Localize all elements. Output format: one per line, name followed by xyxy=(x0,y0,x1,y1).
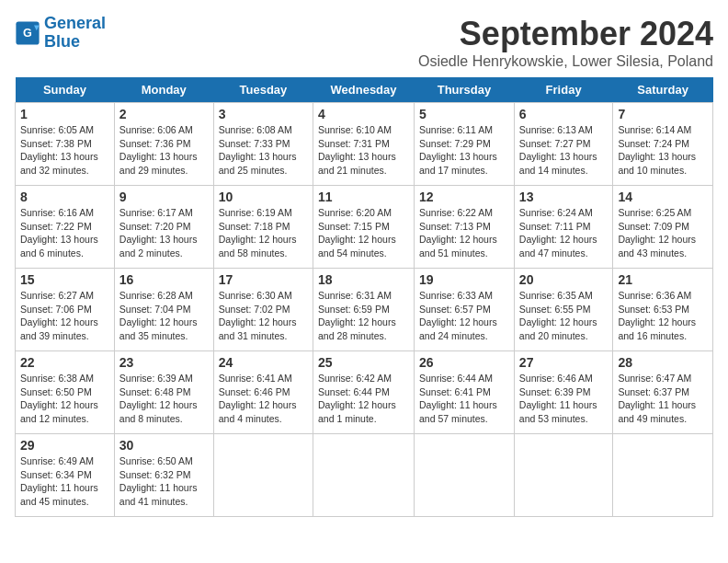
calendar-cell: 21 Sunrise: 6:36 AM Sunset: 6:53 PM Dayl… xyxy=(613,269,713,351)
empty-cell xyxy=(613,434,713,517)
day-info: Sunrise: 6:17 AM Sunset: 7:20 PM Dayligh… xyxy=(119,206,209,260)
calendar-cell: 25 Sunrise: 6:42 AM Sunset: 6:44 PM Dayl… xyxy=(313,351,415,434)
calendar-cell: 9 Sunrise: 6:17 AM Sunset: 7:20 PM Dayli… xyxy=(114,186,213,269)
calendar-cell: 2 Sunrise: 6:06 AM Sunset: 7:36 PM Dayli… xyxy=(114,103,213,186)
week-row: 22 Sunrise: 6:38 AM Sunset: 6:50 PM Dayl… xyxy=(16,351,713,434)
day-number: 30 xyxy=(119,438,209,453)
day-number: 27 xyxy=(519,355,609,370)
day-number: 24 xyxy=(219,355,308,370)
header-thursday: Thursday xyxy=(415,77,515,103)
calendar-subtitle: Osiedle Henrykowskie, Lower Silesia, Pol… xyxy=(418,53,713,70)
day-info: Sunrise: 6:24 AM Sunset: 7:11 PM Dayligh… xyxy=(519,206,609,260)
day-number: 14 xyxy=(618,190,708,204)
day-number: 16 xyxy=(119,272,209,287)
calendar-cell: 10 Sunrise: 6:19 AM Sunset: 7:18 PM Dayl… xyxy=(213,186,313,269)
day-info: Sunrise: 6:28 AM Sunset: 7:04 PM Dayligh… xyxy=(119,289,209,343)
day-info: Sunrise: 6:49 AM Sunset: 6:34 PM Dayligh… xyxy=(20,454,109,509)
week-row: 8 Sunrise: 6:16 AM Sunset: 7:22 PM Dayli… xyxy=(16,186,713,269)
calendar-cell: 11 Sunrise: 6:20 AM Sunset: 7:15 PM Dayl… xyxy=(313,186,415,269)
logo-text: General Blue xyxy=(44,15,106,52)
logo-line1: General xyxy=(44,14,106,32)
day-number: 6 xyxy=(519,107,609,121)
day-number: 7 xyxy=(618,107,708,121)
day-info: Sunrise: 6:06 AM Sunset: 7:36 PM Dayligh… xyxy=(119,123,209,178)
calendar-cell: 3 Sunrise: 6:08 AM Sunset: 7:33 PM Dayli… xyxy=(213,103,313,186)
logo-line2: Blue xyxy=(44,33,106,52)
day-info: Sunrise: 6:35 AM Sunset: 6:55 PM Dayligh… xyxy=(519,289,609,343)
calendar-cell: 19 Sunrise: 6:33 AM Sunset: 6:57 PM Dayl… xyxy=(415,269,515,351)
calendar-cell: 20 Sunrise: 6:35 AM Sunset: 6:55 PM Dayl… xyxy=(514,269,613,351)
day-number: 1 xyxy=(20,107,109,121)
day-info: Sunrise: 6:44 AM Sunset: 6:41 PM Dayligh… xyxy=(419,372,509,426)
day-number: 9 xyxy=(119,190,209,204)
header-saturday: Saturday xyxy=(613,77,713,103)
day-info: Sunrise: 6:19 AM Sunset: 7:18 PM Dayligh… xyxy=(219,206,308,260)
day-number: 11 xyxy=(318,190,409,204)
header-tuesday: Tuesday xyxy=(213,77,313,103)
day-info: Sunrise: 6:05 AM Sunset: 7:38 PM Dayligh… xyxy=(20,123,109,178)
calendar-cell: 29 Sunrise: 6:49 AM Sunset: 6:34 PM Dayl… xyxy=(16,434,115,517)
day-number: 28 xyxy=(618,355,708,370)
day-number: 20 xyxy=(519,272,609,287)
day-info: Sunrise: 6:47 AM Sunset: 6:37 PM Dayligh… xyxy=(618,372,708,426)
title-section: September 2024 Osiedle Henrykowskie, Low… xyxy=(418,15,713,70)
day-number: 15 xyxy=(20,272,109,287)
calendar-cell: 30 Sunrise: 6:50 AM Sunset: 6:32 PM Dayl… xyxy=(114,434,213,517)
day-number: 19 xyxy=(419,272,509,287)
header-sunday: Sunday xyxy=(16,77,115,103)
day-number: 2 xyxy=(119,107,209,121)
day-info: Sunrise: 6:20 AM Sunset: 7:15 PM Dayligh… xyxy=(318,206,409,260)
day-info: Sunrise: 6:36 AM Sunset: 6:53 PM Dayligh… xyxy=(618,289,708,343)
calendar-title: September 2024 xyxy=(418,15,713,53)
page-header: G General Blue September 2024 Osiedle He… xyxy=(15,15,713,70)
day-info: Sunrise: 6:10 AM Sunset: 7:31 PM Dayligh… xyxy=(318,123,409,178)
empty-cell xyxy=(514,434,613,517)
calendar-cell: 18 Sunrise: 6:31 AM Sunset: 6:59 PM Dayl… xyxy=(313,269,415,351)
calendar-cell: 1 Sunrise: 6:05 AM Sunset: 7:38 PM Dayli… xyxy=(16,103,115,186)
week-row: 29 Sunrise: 6:49 AM Sunset: 6:34 PM Dayl… xyxy=(16,434,713,517)
day-number: 22 xyxy=(20,355,109,370)
day-info: Sunrise: 6:41 AM Sunset: 6:46 PM Dayligh… xyxy=(219,372,308,426)
empty-cell xyxy=(213,434,313,517)
day-info: Sunrise: 6:11 AM Sunset: 7:29 PM Dayligh… xyxy=(419,123,509,178)
empty-cell xyxy=(415,434,515,517)
day-number: 23 xyxy=(119,355,209,370)
calendar-cell: 15 Sunrise: 6:27 AM Sunset: 7:06 PM Dayl… xyxy=(16,269,115,351)
week-row: 15 Sunrise: 6:27 AM Sunset: 7:06 PM Dayl… xyxy=(16,269,713,351)
day-info: Sunrise: 6:39 AM Sunset: 6:48 PM Dayligh… xyxy=(119,372,209,426)
day-info: Sunrise: 6:30 AM Sunset: 7:02 PM Dayligh… xyxy=(219,289,308,343)
day-number: 29 xyxy=(20,438,109,453)
calendar-cell: 28 Sunrise: 6:47 AM Sunset: 6:37 PM Dayl… xyxy=(613,351,713,434)
day-info: Sunrise: 6:14 AM Sunset: 7:24 PM Dayligh… xyxy=(618,123,708,178)
day-info: Sunrise: 6:22 AM Sunset: 7:13 PM Dayligh… xyxy=(419,206,509,260)
day-info: Sunrise: 6:42 AM Sunset: 6:44 PM Dayligh… xyxy=(318,372,409,426)
calendar-cell: 27 Sunrise: 6:46 AM Sunset: 6:39 PM Dayl… xyxy=(514,351,613,434)
logo-icon: G xyxy=(15,20,40,46)
day-info: Sunrise: 6:33 AM Sunset: 6:57 PM Dayligh… xyxy=(419,289,509,343)
calendar-cell: 4 Sunrise: 6:10 AM Sunset: 7:31 PM Dayli… xyxy=(313,103,415,186)
day-number: 12 xyxy=(419,190,509,204)
logo: G General Blue xyxy=(15,15,106,52)
day-header-row: Sunday Monday Tuesday Wednesday Thursday… xyxy=(16,77,713,103)
day-number: 25 xyxy=(318,355,409,370)
calendar-cell: 14 Sunrise: 6:25 AM Sunset: 7:09 PM Dayl… xyxy=(613,186,713,269)
calendar-cell: 17 Sunrise: 6:30 AM Sunset: 7:02 PM Dayl… xyxy=(213,269,313,351)
day-info: Sunrise: 6:31 AM Sunset: 6:59 PM Dayligh… xyxy=(318,289,409,343)
day-number: 5 xyxy=(419,107,509,121)
calendar-cell: 8 Sunrise: 6:16 AM Sunset: 7:22 PM Dayli… xyxy=(16,186,115,269)
calendar-cell: 16 Sunrise: 6:28 AM Sunset: 7:04 PM Dayl… xyxy=(114,269,213,351)
day-info: Sunrise: 6:16 AM Sunset: 7:22 PM Dayligh… xyxy=(20,206,109,260)
day-number: 17 xyxy=(219,272,308,287)
day-info: Sunrise: 6:46 AM Sunset: 6:39 PM Dayligh… xyxy=(519,372,609,426)
calendar-cell: 5 Sunrise: 6:11 AM Sunset: 7:29 PM Dayli… xyxy=(415,103,515,186)
day-info: Sunrise: 6:38 AM Sunset: 6:50 PM Dayligh… xyxy=(20,372,109,426)
day-info: Sunrise: 6:50 AM Sunset: 6:32 PM Dayligh… xyxy=(119,454,209,509)
day-info: Sunrise: 6:08 AM Sunset: 7:33 PM Dayligh… xyxy=(219,123,308,178)
calendar-cell: 13 Sunrise: 6:24 AM Sunset: 7:11 PM Dayl… xyxy=(514,186,613,269)
calendar-cell: 12 Sunrise: 6:22 AM Sunset: 7:13 PM Dayl… xyxy=(415,186,515,269)
calendar-table: Sunday Monday Tuesday Wednesday Thursday… xyxy=(15,77,713,517)
day-number: 26 xyxy=(419,355,509,370)
empty-cell xyxy=(313,434,415,517)
calendar-cell: 22 Sunrise: 6:38 AM Sunset: 6:50 PM Dayl… xyxy=(16,351,115,434)
calendar-cell: 7 Sunrise: 6:14 AM Sunset: 7:24 PM Dayli… xyxy=(613,103,713,186)
